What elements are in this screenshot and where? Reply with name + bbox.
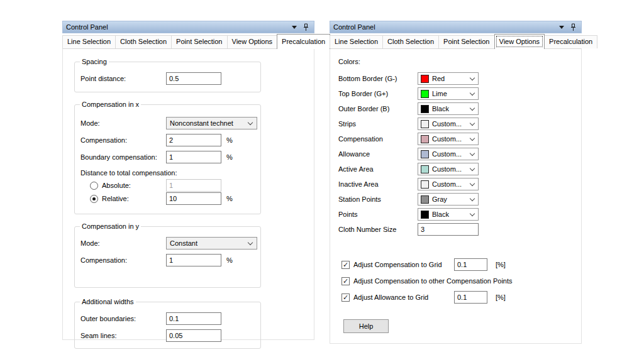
points-color-select[interactable]: Black: [418, 208, 479, 221]
percent-bracket-unit: [%]: [496, 293, 506, 301]
color-swatch: [421, 195, 429, 204]
precalculation-tab-content: Spacing Point distance: Compensation in …: [62, 48, 314, 340]
chevron-down-icon: [470, 90, 475, 95]
mode-x-select[interactable]: Nonconstant technet: [166, 117, 257, 129]
tab-point-selection[interactable]: Point Selection: [438, 35, 494, 48]
strips-label: Strips: [338, 120, 418, 128]
adjust-compensation-grid-checkbox[interactable]: [341, 261, 350, 269]
group-legend: Compensation in y: [80, 222, 141, 230]
adjust-compensation-points-checkbox[interactable]: [341, 277, 350, 285]
color-swatch: [421, 165, 429, 173]
color-row: Active Area Custom...: [338, 163, 479, 175]
tab-point-selection[interactable]: Point Selection: [171, 35, 227, 48]
absolute-input: [166, 179, 221, 192]
percent-unit: %: [226, 195, 233, 202]
compensation-label: Compensation:: [80, 256, 166, 264]
adjust-compensation-grid-label: Adjust Compensation to Grid: [353, 261, 454, 268]
tab-cloth-selection[interactable]: Cloth Selection: [115, 35, 172, 48]
color-row: Top Border (G+) Lime: [338, 87, 479, 100]
adjust-allowance-grid-input[interactable]: [454, 291, 487, 304]
group-compensation-y: Compensation in y Mode: Constant Compens…: [74, 226, 261, 288]
auto-hide-pin-icon[interactable]: [570, 23, 576, 31]
color-swatch: [421, 105, 429, 113]
boundary-compensation-label: Boundary compensation:: [80, 153, 166, 161]
outer-boundaries-input[interactable]: [166, 312, 221, 325]
chevron-down-icon: [470, 211, 475, 216]
adjust-allowance-grid-checkbox[interactable]: [341, 293, 350, 302]
tab-view-options[interactable]: View Options: [494, 34, 545, 49]
group-spacing: Spacing Point distance:: [74, 62, 261, 92]
tab-cloth-selection[interactable]: Cloth Selection: [382, 35, 439, 48]
outer-border-color-select[interactable]: Black: [418, 102, 479, 115]
chevron-down-icon: [470, 195, 475, 200]
tab-line-selection[interactable]: Line Selection: [330, 35, 383, 48]
color-row: Station Points Gray: [338, 193, 479, 206]
point-distance-label: Point distance:: [80, 75, 166, 82]
window-position-menu-icon[interactable]: [559, 26, 564, 29]
cloth-number-size-label: Cloth Number Size: [338, 226, 418, 233]
chevron-down-icon: [248, 119, 253, 124]
percent-unit: %: [226, 153, 233, 161]
mode-y-select[interactable]: Constant: [166, 237, 257, 250]
panel-title: Control Panel: [66, 23, 292, 31]
auto-hide-pin-icon[interactable]: [303, 23, 309, 31]
compensation-color-select[interactable]: Custom...: [418, 133, 479, 145]
adjust-allowance-grid-label: Adjust Allowance to Grid: [353, 293, 454, 301]
tab-view-options[interactable]: View Options: [227, 35, 278, 48]
color-swatch: [421, 75, 429, 83]
inactive-area-color-select[interactable]: Custom...: [418, 178, 479, 190]
group-compensation-x: Compensation in x Mode: Nonconstant tech…: [74, 104, 261, 214]
color-swatch: [421, 211, 429, 219]
absolute-radio[interactable]: [90, 182, 98, 190]
allowance-color-select[interactable]: Custom...: [418, 148, 479, 160]
tab-precalculation[interactable]: Precalculation: [277, 34, 330, 49]
bottom-border-color-select[interactable]: Red: [418, 72, 479, 85]
relative-input[interactable]: [166, 192, 221, 205]
chevron-down-icon: [470, 105, 475, 110]
point-distance-input[interactable]: [166, 72, 221, 85]
station-points-color-select[interactable]: Gray: [418, 193, 479, 206]
color-row: Points Black: [338, 208, 479, 221]
inactive-area-label: Inactive Area: [338, 180, 418, 188]
compensation-x-input[interactable]: [166, 134, 221, 146]
distance-total-compensation-label: Distance to total compensation:: [80, 169, 177, 177]
compensation-color-label: Compensation: [338, 135, 418, 143]
color-swatch: [421, 120, 429, 128]
chevron-down-icon: [470, 75, 475, 80]
mode-label: Mode:: [80, 119, 166, 127]
color-row: Strips Custom...: [338, 118, 479, 130]
outer-boundaries-label: Outer boundaries:: [80, 315, 166, 322]
allowance-label: Allowance: [338, 150, 418, 158]
percent-bracket-unit: [%]: [496, 261, 506, 268]
tab-line-selection[interactable]: Line Selection: [62, 35, 116, 48]
relative-label: Relative:: [102, 195, 129, 202]
panel-titlebar[interactable]: Control Panel: [330, 21, 582, 33]
bottom-border-label: Bottom Border (G-): [338, 75, 418, 82]
color-row: Allowance Custom...: [338, 148, 479, 160]
active-area-color-select[interactable]: Custom...: [418, 163, 479, 175]
help-button[interactable]: Help: [343, 319, 389, 333]
mode-label: Mode:: [80, 239, 166, 247]
cloth-number-size-input[interactable]: [418, 223, 479, 236]
boundary-compensation-input[interactable]: [166, 151, 221, 163]
compensation-y-input[interactable]: [166, 254, 221, 266]
relative-radio[interactable]: [90, 195, 98, 203]
tab-precalculation[interactable]: Precalculation: [544, 35, 597, 48]
top-border-color-select[interactable]: Lime: [418, 87, 479, 100]
group-legend: Additional widths: [80, 298, 136, 305]
strips-color-select[interactable]: Custom...: [418, 118, 479, 130]
tabstrip: Line Selection Cloth Selection Point Sel…: [62, 33, 314, 48]
chevron-down-icon: [470, 120, 475, 125]
chevron-down-icon: [470, 180, 475, 185]
panel-titlebar[interactable]: Control Panel: [62, 21, 314, 33]
window-position-menu-icon[interactable]: [292, 26, 297, 29]
color-swatch: [421, 135, 429, 143]
seam-lines-input[interactable]: [166, 329, 221, 342]
view-options-tab-content: Colors: Bottom Border (G-) Red Top Borde…: [330, 48, 582, 344]
chevron-down-icon: [470, 135, 475, 140]
color-swatch: [421, 90, 429, 98]
colors-heading: Colors:: [338, 58, 360, 65]
adjust-compensation-grid-input[interactable]: [454, 258, 487, 271]
panel-title: Control Panel: [333, 23, 559, 31]
control-panel-right: Control Panel Line Selection Cloth Selec…: [330, 21, 582, 344]
